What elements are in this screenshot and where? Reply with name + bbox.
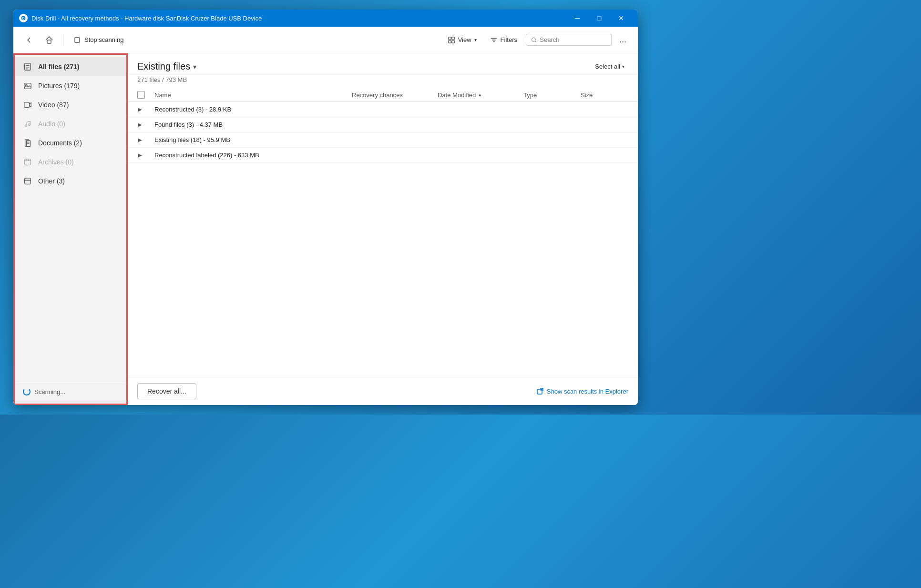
filters-button[interactable]: Filters (485, 33, 522, 47)
panel-header-wrapper: Existing files ▾ Select all ▾ 271 files … (128, 53, 638, 88)
svg-point-21 (29, 124, 31, 126)
expand-button-1[interactable]: ▶ (137, 121, 143, 128)
table-row[interactable]: ▶ Reconstructed (3) - 28.9 KB (128, 102, 638, 117)
svg-text:D: D (22, 17, 24, 20)
back-button[interactable] (21, 33, 37, 47)
svg-point-11 (532, 38, 536, 41)
row-expand-cell-2: ▶ (137, 136, 154, 143)
search-box (526, 34, 612, 46)
col-date-header[interactable]: Date Modified ▲ (438, 91, 523, 99)
col-name-label: Name (154, 91, 171, 99)
svg-line-12 (535, 41, 536, 42)
toolbar-separator (63, 34, 63, 46)
file-table: Name Recovery chances Date Modified ▲ Ty… (128, 88, 638, 377)
show-explorer-button[interactable]: Show scan results in Explorer (536, 387, 628, 395)
more-options-button[interactable]: ... (615, 32, 630, 48)
stop-icon (73, 36, 82, 44)
svg-rect-2 (47, 40, 51, 43)
svg-rect-6 (448, 40, 450, 42)
close-button[interactable]: ✕ (610, 10, 632, 26)
video-label: Video (87) (38, 101, 69, 109)
view-chevron-icon: ▾ (474, 37, 477, 42)
recover-all-button[interactable]: Recover all... (137, 383, 196, 399)
search-input[interactable] (540, 36, 606, 43)
scanning-spinner (23, 388, 31, 395)
minimize-button[interactable]: ─ (566, 10, 588, 26)
explorer-icon (536, 387, 544, 395)
all-files-icon (23, 62, 32, 71)
documents-label: Documents (2) (38, 139, 82, 147)
svg-point-20 (25, 125, 27, 127)
panel-title: Existing files (137, 61, 190, 72)
panel-subtitle: 271 files / 793 MB (128, 74, 638, 88)
other-label: Other (3) (38, 177, 65, 185)
sidebar-item-other[interactable]: Other (3) (13, 172, 127, 191)
expand-button-0[interactable]: ▶ (137, 106, 143, 113)
select-all-button[interactable]: Select all ▾ (591, 61, 628, 72)
scanning-status: Scanning... (13, 382, 127, 401)
select-all-checkbox[interactable] (137, 91, 145, 99)
view-button[interactable]: View ▾ (443, 33, 481, 47)
row-name-3: Reconstructed labeled (226) - 633 MB (154, 152, 352, 159)
stop-scanning-button[interactable]: Stop scanning (69, 33, 127, 47)
filters-label: Filters (501, 36, 517, 43)
row-name-1: Found files (3) - 4.37 MB (154, 121, 352, 128)
expand-button-2[interactable]: ▶ (137, 136, 143, 143)
col-size-label: Size (581, 91, 593, 99)
row-name-2: Existing files (18) - 95.9 MB (154, 136, 352, 143)
title-bar: D Disk Drill - All recovery methods - Ha… (13, 10, 638, 27)
sidebar-item-pictures[interactable]: Pictures (179) (13, 76, 127, 95)
sidebar-item-all-files[interactable]: All files (271) (13, 57, 127, 76)
window-controls: ─ □ ✕ (566, 10, 632, 26)
file-panel: Existing files ▾ Select all ▾ 271 files … (128, 53, 638, 405)
svg-rect-17 (24, 83, 31, 89)
maximize-button[interactable]: □ (588, 10, 610, 26)
show-explorer-label: Show scan results in Explorer (547, 388, 628, 395)
svg-rect-4 (448, 37, 450, 39)
toolbar-right: View ▾ Filters ... (443, 32, 630, 48)
audio-icon (23, 119, 32, 129)
video-icon (23, 100, 32, 110)
row-name-0: Reconstructed (3) - 28.9 KB (154, 106, 352, 113)
panel-footer: Recover all... Show scan results in Expl… (128, 377, 638, 405)
archives-label: Archives (0) (38, 158, 74, 166)
col-type-header[interactable]: Type (523, 91, 581, 99)
col-recovery-header[interactable]: Recovery chances (352, 91, 438, 99)
table-row[interactable]: ▶ Existing files (18) - 95.9 MB (128, 132, 638, 148)
col-name-header[interactable]: Name (154, 91, 352, 99)
all-files-label: All files (271) (38, 63, 79, 71)
svg-rect-3 (75, 38, 80, 42)
archives-icon (23, 157, 32, 167)
row-name-text-0: Reconstructed (3) - 28.9 KB (154, 106, 231, 113)
col-size-header[interactable]: Size (581, 91, 628, 99)
panel-dropdown-icon[interactable]: ▾ (193, 63, 196, 71)
table-header: Name Recovery chances Date Modified ▲ Ty… (128, 88, 638, 102)
sidebar-item-video[interactable]: Video (87) (13, 95, 127, 114)
select-all-label: Select all (595, 63, 620, 70)
expand-button-3[interactable]: ▶ (137, 152, 143, 159)
svg-rect-5 (452, 37, 454, 39)
table-row[interactable]: ▶ Found files (3) - 4.37 MB (128, 117, 638, 132)
other-icon (23, 176, 32, 186)
filters-icon (490, 36, 498, 44)
app-title: Disk Drill - All recovery methods - Hard… (31, 15, 262, 22)
sidebar-item-audio[interactable]: Audio (0) (13, 114, 127, 133)
sidebar-item-archives[interactable]: Archives (0) (13, 152, 127, 172)
table-row[interactable]: ▶ Reconstructed labeled (226) - 633 MB (128, 148, 638, 163)
title-bar-left: D Disk Drill - All recovery methods - Ha… (19, 14, 262, 22)
svg-rect-26 (25, 159, 31, 165)
row-expand-cell-1: ▶ (137, 121, 154, 128)
row-expand-cell-3: ▶ (137, 152, 154, 159)
row-name-text-2: Existing files (18) - 95.9 MB (154, 136, 230, 143)
col-date-label: Date Modified (438, 91, 476, 99)
view-icon (448, 36, 455, 44)
search-icon (531, 37, 537, 43)
panel-header: Existing files ▾ Select all ▾ (128, 53, 638, 74)
home-button[interactable] (41, 33, 57, 47)
stop-scanning-label: Stop scanning (84, 36, 123, 43)
audio-label: Audio (0) (38, 120, 65, 128)
row-expand-cell-0: ▶ (137, 106, 154, 113)
view-label: View (458, 36, 471, 43)
sidebar-item-documents[interactable]: Documents (2) (13, 133, 127, 152)
back-icon (25, 36, 33, 44)
